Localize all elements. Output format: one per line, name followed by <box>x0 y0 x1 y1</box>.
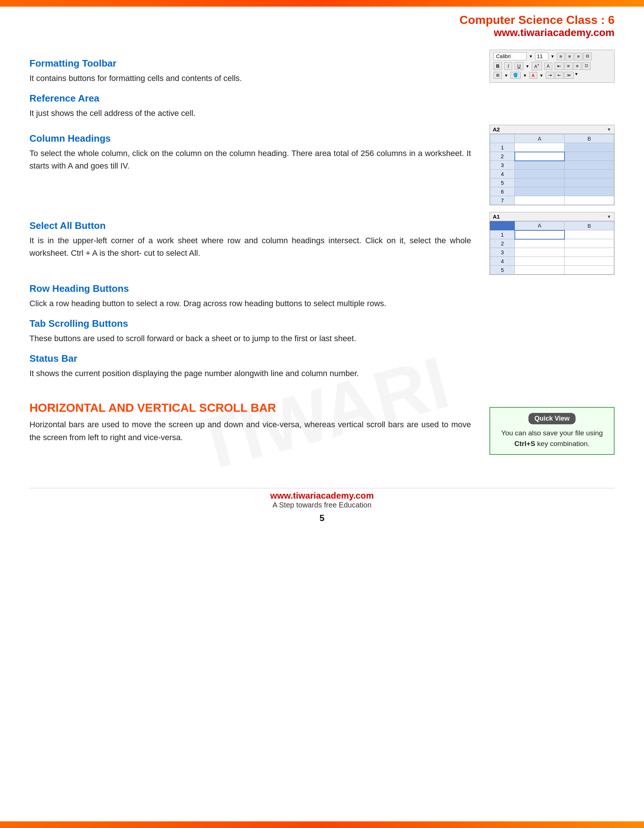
top-bar <box>0 0 644 6</box>
bold-btn[interactable]: B <box>494 62 502 70</box>
ref-bar-2: A1 ▼ <box>490 212 614 221</box>
cell2-5-2[interactable] <box>564 266 614 274</box>
footer-website: www.tiwariacademy.com <box>30 491 614 501</box>
cell-3-2[interactable] <box>564 161 614 169</box>
header-website: www.tiwariacademy.com <box>30 27 614 39</box>
quick-view-container: Quick View You can also save your file u… <box>489 403 614 455</box>
grid2-row1: 1 <box>490 231 614 239</box>
cell2-2-2[interactable] <box>564 239 614 248</box>
status-bar-body: It shows the current position displaying… <box>30 367 614 380</box>
rownum-2-3[interactable]: 3 <box>490 248 515 257</box>
reference-area-body: It just shows the cell address of the ac… <box>30 107 614 119</box>
toolbar-box: Calibri ▼ 11 ▼ ≡ ≡ ≡ ⊟ B I <box>489 50 614 83</box>
scrollbar-section: HORIZONTAL AND VERTICAL SCROLL BAR Horiz… <box>30 390 614 455</box>
indent-center-btn[interactable]: ≡ <box>564 62 573 70</box>
main-content: TIWARI Formatting Toolbar It contains bu… <box>0 42 644 557</box>
cell-5-1[interactable] <box>515 179 564 187</box>
border-btn[interactable]: ⊞ <box>494 72 502 79</box>
cell2-4-1[interactable] <box>515 257 564 266</box>
cell-4-1[interactable] <box>515 169 564 179</box>
cell2-1-2[interactable] <box>564 231 614 239</box>
quick-view-title: Quick View <box>528 413 575 424</box>
rownum-1-1[interactable]: 1 <box>490 143 515 152</box>
grid1-row5: 5 <box>490 179 614 187</box>
column-headings-text: Column Headings To select the whole colu… <box>30 125 471 172</box>
font-color-btn[interactable]: A <box>529 72 537 79</box>
cell-6-1[interactable] <box>515 187 564 196</box>
rownum-1-3[interactable]: 3 <box>490 161 515 169</box>
header: Computer Science Class : 6 www.tiwariaca… <box>0 6 644 42</box>
ref-cell-2: A1 <box>493 213 500 220</box>
rownum-1-2[interactable]: 2 <box>490 152 515 161</box>
cell2-3-1[interactable] <box>515 248 564 257</box>
cell2-2-1[interactable] <box>515 239 564 248</box>
row-heading-heading: Row Heading Buttons <box>30 283 614 295</box>
cell2-3-2[interactable] <box>564 248 614 257</box>
align-icons-row2: ⇤ ≡ ≡ ⊡ <box>555 62 591 70</box>
indent-dec-btn[interactable]: ⇤ <box>555 72 563 79</box>
rownum-2-2[interactable]: 2 <box>490 239 515 248</box>
cell-1-1[interactable] <box>515 143 564 152</box>
rownum-1-6[interactable]: 6 <box>490 187 515 196</box>
cell2-5-1[interactable] <box>515 266 564 274</box>
rownum-2-1[interactable]: 1 <box>490 231 515 239</box>
grid1-row1: 1 <box>490 143 614 152</box>
col-header-a-2[interactable]: A <box>515 221 564 231</box>
formatting-toolbar-text: Formatting Toolbar It contains buttons f… <box>30 50 471 85</box>
formatting-toolbar-body: It contains buttons for formatting cells… <box>30 72 471 85</box>
font-select[interactable]: Calibri <box>494 52 526 60</box>
cell2-4-2[interactable] <box>564 257 614 266</box>
toolbar-row-1: Calibri ▼ 11 ▼ ≡ ≡ ≡ ⊟ <box>494 52 611 60</box>
column-headings-heading: Column Headings <box>30 133 471 144</box>
rownum-2-5[interactable]: 5 <box>490 266 515 274</box>
wrap-btn[interactable]: ⊟ <box>583 53 592 60</box>
italic-btn[interactable]: I <box>504 62 512 70</box>
grid1-row6: 6 <box>490 187 614 196</box>
cell-4-2[interactable] <box>564 169 614 179</box>
font-size[interactable]: 11 <box>535 52 548 60</box>
font-grow-btn[interactable]: A+ <box>532 62 542 70</box>
fill-btn[interactable]: 🪣 <box>511 72 521 79</box>
underline-btn[interactable]: U <box>514 62 523 70</box>
tb-arrow1: ▼ <box>529 54 533 58</box>
format-btn[interactable]: ≫ <box>564 72 574 79</box>
indent-left-btn[interactable]: ⇤ <box>555 62 564 70</box>
cell-1-2[interactable] <box>564 143 614 152</box>
rownum-2-4[interactable]: 4 <box>490 257 515 266</box>
cell-7-1[interactable] <box>515 196 564 205</box>
rownum-1-4[interactable]: 4 <box>490 169 515 179</box>
col-header-b-2[interactable]: B <box>564 221 614 231</box>
column-headings-body: To select the whole column, click on the… <box>30 147 471 172</box>
grid1-row3: 3 <box>490 161 614 169</box>
font-shrink-btn[interactable]: A <box>544 63 552 70</box>
column-headings-section: Column Headings To select the whole colu… <box>30 125 614 205</box>
cell2-1-1[interactable] <box>515 231 564 239</box>
align-left-btn[interactable]: ≡ <box>557 53 565 60</box>
merge-btn[interactable]: ⊡ <box>582 62 591 70</box>
header-title: Computer Science Class : 6 <box>30 13 614 27</box>
scrollbar-heading: HORIZONTAL AND VERTICAL SCROLL BAR <box>30 401 471 415</box>
tab-scrolling-heading: Tab Scrolling Buttons <box>30 318 614 329</box>
grid2-row2: 2 <box>490 239 614 248</box>
cell-7-2[interactable] <box>564 196 614 205</box>
rownum-1-5[interactable]: 5 <box>490 179 515 187</box>
cell-3-1[interactable] <box>515 161 564 169</box>
select-all-grid: A1 ▼ A B 1 <box>489 212 614 275</box>
tb-arrow7: ▼ <box>575 72 578 79</box>
cell-2-1[interactable] <box>515 152 564 161</box>
blank-header-2[interactable] <box>490 221 515 231</box>
cell-5-2[interactable] <box>564 179 614 187</box>
select-all-heading: Select All Button <box>30 220 471 232</box>
rownum-1-7[interactable]: 7 <box>490 196 515 205</box>
cell-2-2[interactable] <box>564 152 614 161</box>
footer: www.tiwariacademy.com A Step towards fre… <box>30 477 614 542</box>
col-header-a-1[interactable]: A <box>515 134 564 143</box>
align-center-btn[interactable]: ≡ <box>566 53 574 60</box>
indent-right-btn[interactable]: ≡ <box>573 62 581 70</box>
col-header-b-1[interactable]: B <box>564 134 614 143</box>
quick-view-text: You can also save your file using Ctrl+S… <box>497 428 607 449</box>
cell-6-2[interactable] <box>564 187 614 196</box>
spreadsheet-box-1: A2 ▼ A B 1 <box>489 125 614 205</box>
indent-inc-btn[interactable]: ⇥ <box>546 72 554 79</box>
align-right-btn[interactable]: ≡ <box>575 53 583 60</box>
